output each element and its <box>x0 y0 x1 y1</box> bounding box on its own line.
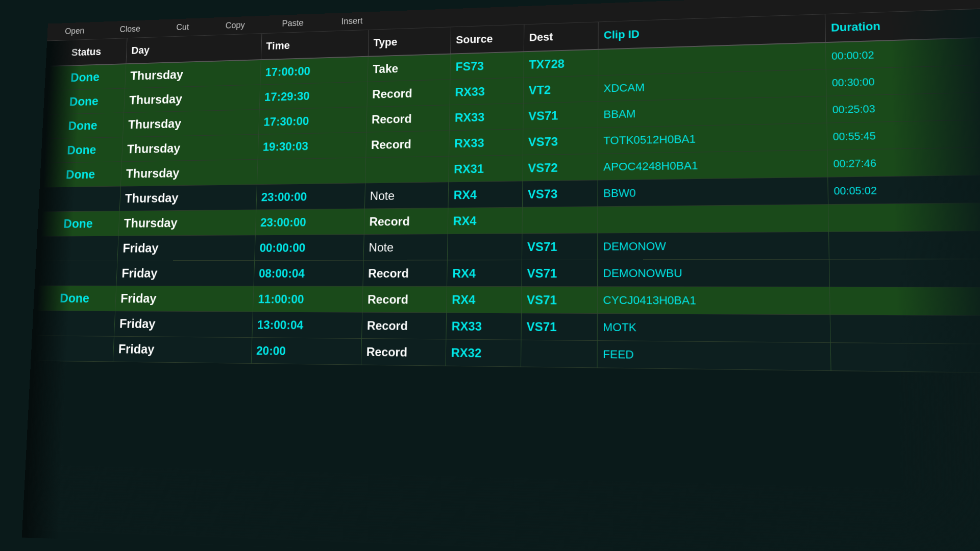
cell-duration: 00:25:03 <box>826 92 980 123</box>
cell-clipid: CYCJ0413H0BA1 <box>598 287 830 315</box>
cell-type: Record <box>364 208 448 235</box>
cell-duration: 00:55:45 <box>827 119 980 150</box>
cell-source: RX33 <box>450 78 523 105</box>
cell-status <box>38 186 120 212</box>
cell-time <box>257 158 365 185</box>
cell-status: Done <box>40 162 122 187</box>
cell-status <box>35 261 117 286</box>
cell-type: Record <box>361 312 446 339</box>
cell-status: Done <box>42 113 124 139</box>
cell-source: RX31 <box>449 155 523 182</box>
cell-clipid: FEED <box>597 341 831 371</box>
header-status: Status <box>46 38 128 66</box>
cell-duration <box>828 231 980 259</box>
cell-day: Thursday <box>125 60 261 88</box>
cell-day: Thursday <box>121 159 258 186</box>
cell-type: Record <box>362 286 447 313</box>
cell-status <box>36 236 118 261</box>
cell-source <box>447 234 522 260</box>
cell-type: Record <box>367 80 450 107</box>
cell-clipid: APOC4248H0BA1 <box>598 150 827 180</box>
cell-duration: 00:05:02 <box>828 175 980 205</box>
cell-dest: VS71 <box>522 233 598 260</box>
cell-source: RX33 <box>449 103 523 131</box>
cell-dest: VS72 <box>523 154 598 181</box>
cell-status: Done <box>44 64 126 90</box>
screen-wrapper: Open Close Cut Copy Paste Insert Status … <box>22 0 980 551</box>
cell-type: Record <box>366 105 450 132</box>
cell-source: RX33 <box>446 313 521 340</box>
cell-time: 00:00:00 <box>254 235 364 261</box>
cell-source: RX4 <box>448 181 523 208</box>
cell-time: 23:00:00 <box>256 183 365 210</box>
cell-time: 13:00:04 <box>252 312 362 338</box>
menu-open[interactable]: Open <box>47 23 102 39</box>
cell-duration <box>830 343 980 373</box>
cell-time: 19:30:03 <box>258 132 366 159</box>
cell-dest: VS71 <box>522 260 598 287</box>
cell-source: FS73 <box>450 52 524 80</box>
cell-dest: VT2 <box>523 76 598 103</box>
cell-source: RX33 <box>449 129 523 156</box>
menu-insert[interactable]: Insert <box>322 13 382 29</box>
cell-clipid: DEMONOWBU <box>598 259 829 287</box>
cell-time: 17:30:00 <box>258 107 366 135</box>
cell-source: RX4 <box>448 207 522 234</box>
cell-duration: 00:27:46 <box>827 147 980 177</box>
header-source: Source <box>451 24 524 54</box>
cell-time: 17:00:00 <box>260 57 368 85</box>
header-dest: Dest <box>524 22 598 52</box>
cell-status: Done <box>33 286 116 311</box>
table-row[interactable]: Friday08:00:04RecordRX4VS71DEMONOWBU <box>35 259 980 287</box>
cell-dest: VS71 <box>521 287 598 314</box>
cell-time: 08:00:04 <box>254 260 363 286</box>
cell-day: Friday <box>115 286 254 312</box>
cell-type <box>365 156 449 183</box>
cell-clipid: BBW0 <box>598 177 828 207</box>
cell-clipid: TOTK0512H0BA1 <box>598 123 827 154</box>
cell-clipid: BBAM <box>598 96 827 128</box>
cell-day: Friday <box>116 261 254 286</box>
cell-dest <box>521 340 597 368</box>
cell-time: 17:29:30 <box>259 82 368 109</box>
menu-close[interactable]: Close <box>102 21 158 37</box>
cell-day: Thursday <box>122 134 259 161</box>
table-row[interactable]: Friday00:00:00NoteVS71DEMONOW <box>36 231 980 261</box>
cell-duration: 00:00:02 <box>825 37 980 69</box>
cell-dest: VS73 <box>523 128 598 155</box>
menu-paste[interactable]: Paste <box>263 15 323 31</box>
table-container: Status Day Time Type Source Dest Clip ID… <box>22 8 980 551</box>
cell-dest: VS71 <box>523 102 598 129</box>
cell-day: Friday <box>113 336 252 363</box>
cell-type: Take <box>368 54 451 82</box>
cell-time: 23:00:00 <box>255 209 364 235</box>
cell-day: Thursday <box>119 185 257 211</box>
header-time: Time <box>261 30 369 60</box>
cell-day: Thursday <box>123 110 259 137</box>
cell-day: Thursday <box>124 85 260 113</box>
cell-day: Friday <box>114 311 253 338</box>
cell-time: 11:00:00 <box>253 286 363 312</box>
menu-cut[interactable]: Cut <box>158 20 208 35</box>
cell-type: Record <box>365 131 449 158</box>
cell-duration <box>828 203 980 232</box>
cell-clipid: DEMONOW <box>598 232 829 260</box>
cell-day: Friday <box>117 235 255 261</box>
cell-source: RX4 <box>447 260 522 287</box>
cell-status: Done <box>43 88 125 114</box>
schedule-table: Status Day Time Type Source Dest Clip ID… <box>31 8 980 373</box>
cell-day: Thursday <box>118 210 256 236</box>
cell-clipid <box>598 205 828 233</box>
menu-copy[interactable]: Copy <box>207 18 263 34</box>
cell-duration <box>829 287 980 315</box>
cell-type: Record <box>363 260 448 286</box>
cell-status <box>32 311 115 336</box>
cell-source: RX32 <box>446 339 521 367</box>
header-type: Type <box>368 27 451 56</box>
cell-type: Record <box>361 338 446 366</box>
cell-status <box>31 336 114 362</box>
cell-status: Done <box>41 137 123 163</box>
cell-dest: TX728 <box>524 49 599 78</box>
cell-dest: VS73 <box>522 180 598 207</box>
cell-status: Done <box>37 211 120 237</box>
